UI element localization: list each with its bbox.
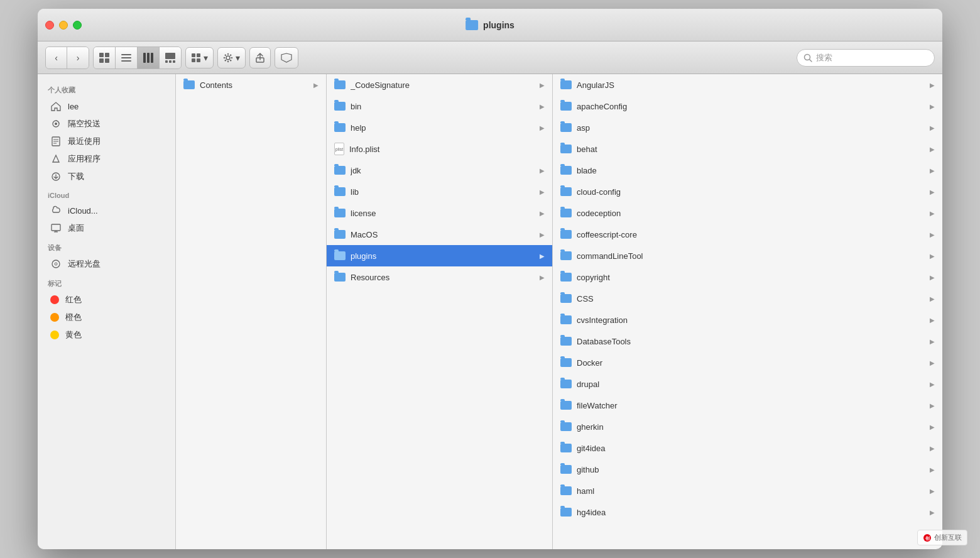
file-item-name: _CodeSignature (351, 80, 535, 90)
svg-rect-13 (173, 60, 175, 63)
tag-button[interactable] (275, 47, 298, 68)
window-title-area: plugins (466, 20, 514, 30)
sidebar-item-yellow[interactable]: 黄色 (40, 326, 173, 344)
red-tag-dot (50, 295, 59, 304)
file-item-lib[interactable]: lib ▶ (327, 181, 552, 202)
chevron-icon: ▶ (540, 82, 545, 89)
file-item-infoplist[interactable]: plist Info.plist (327, 138, 552, 160)
column-view-button[interactable] (138, 47, 160, 68)
file-item-docker[interactable]: Docker ▶ (553, 352, 942, 373)
folder-icon (560, 380, 572, 388)
folder-icon (560, 80, 572, 89)
sidebar-item-icloud[interactable]: iCloud... (40, 202, 173, 219)
sidebar-label-desktop: 桌面 (68, 222, 84, 234)
file-item-macos[interactable]: MacOS ▶ (327, 224, 552, 245)
icon-view-icon (99, 52, 110, 63)
sidebar-item-desktop[interactable]: 桌面 (40, 219, 173, 237)
maximize-button[interactable] (73, 21, 82, 30)
sidebar-item-apps[interactable]: 应用程序 (40, 150, 173, 168)
file-item-coffeescript-core[interactable]: coffeescript-core ▶ (553, 224, 942, 245)
svg-rect-1 (105, 53, 109, 57)
file-item-drupal[interactable]: drupal ▶ (553, 373, 942, 395)
file-item-angularjs[interactable]: AngularJS ▶ (553, 74, 942, 96)
watermark-icon: 创 (923, 533, 932, 542)
svg-rect-3 (105, 58, 109, 63)
svg-rect-11 (165, 60, 168, 63)
home-icon (50, 101, 62, 112)
gallery-view-button[interactable] (160, 47, 181, 68)
share-button[interactable] (249, 47, 271, 68)
file-item-behat[interactable]: behat ▶ (553, 138, 942, 160)
airdrop-icon (50, 118, 62, 129)
file-item-name: apacheConfig (577, 102, 925, 111)
chevron-icon: ▶ (540, 167, 545, 174)
sidebar-section-icloud: iCloud (38, 185, 175, 202)
file-item-plugins[interactable]: plugins ▶ (327, 245, 552, 266)
file-item-cloud-config[interactable]: cloud-config ▶ (553, 181, 942, 202)
group-button[interactable]: ▾ (185, 47, 214, 68)
orange-tag-dot (50, 313, 59, 322)
search-box[interactable]: 搜索 (797, 49, 935, 67)
file-item-codesig[interactable]: _CodeSignature ▶ (327, 74, 552, 96)
file-item-cvsintegration[interactable]: cvsIntegration ▶ (553, 309, 942, 331)
file-item-haml[interactable]: haml ▶ (553, 480, 942, 501)
chevron-icon: ▶ (540, 189, 545, 195)
svg-rect-16 (192, 58, 195, 62)
folder-icon (334, 273, 346, 282)
folder-icon (560, 508, 572, 517)
file-item-bin[interactable]: bin ▶ (327, 96, 552, 117)
chevron-icon: ▶ (930, 295, 935, 302)
sidebar-item-orange[interactable]: 橙色 (40, 309, 173, 326)
file-columns: Contents ▶ _CodeSignature ▶ bin ▶ (176, 74, 942, 549)
chevron-icon: ▶ (930, 189, 935, 195)
sidebar-item-recent[interactable]: 最近使用 (40, 133, 173, 150)
gallery-view-icon (165, 52, 176, 63)
svg-point-40 (52, 260, 60, 268)
file-item-codeception[interactable]: codeception ▶ (553, 202, 942, 224)
file-item-apacheconfig[interactable]: apacheConfig ▶ (553, 96, 942, 117)
file-item-contents[interactable]: Contents ▶ (176, 74, 326, 96)
folder-icon (560, 145, 572, 153)
file-item-help[interactable]: help ▶ (327, 117, 552, 138)
file-item-hg4idea[interactable]: hg4idea ▶ (553, 501, 942, 523)
file-item-databasetools[interactable]: DatabaseTools ▶ (553, 331, 942, 352)
file-item-github[interactable]: github ▶ (553, 459, 942, 480)
svg-rect-14 (192, 53, 195, 57)
chevron-icon: ▶ (930, 274, 935, 281)
forward-button[interactable]: › (67, 47, 89, 68)
list-view-button[interactable] (116, 47, 138, 68)
svg-rect-17 (197, 58, 200, 62)
icon-view-button[interactable] (94, 47, 116, 68)
svg-point-20 (227, 60, 229, 62)
sidebar-item-remote-disk[interactable]: 远程光盘 (40, 255, 173, 273)
file-item-git4idea[interactable]: git4idea ▶ (553, 437, 942, 459)
file-item-resources[interactable]: Resources ▶ (327, 266, 552, 288)
file-item-name: github (577, 465, 925, 474)
sidebar-label-apps: 应用程序 (68, 153, 101, 165)
file-item-license[interactable]: license ▶ (327, 202, 552, 224)
svg-point-41 (55, 263, 57, 265)
sidebar-item-red[interactable]: 红色 (40, 291, 173, 309)
file-item-filewatcher[interactable]: fileWatcher ▶ (553, 395, 942, 416)
file-item-asp[interactable]: asp ▶ (553, 117, 942, 138)
file-item-blade[interactable]: blade ▶ (553, 160, 942, 181)
file-item-gherkin[interactable]: gherkin ▶ (553, 416, 942, 437)
chevron-icon: ▶ (930, 466, 935, 473)
file-item-copyright[interactable]: copyright ▶ (553, 266, 942, 288)
file-item-commandlinetool[interactable]: commandLineTool ▶ (553, 245, 942, 266)
chevron-icon: ▶ (930, 445, 935, 452)
forward-icon: › (77, 53, 80, 63)
close-button[interactable] (45, 21, 54, 30)
sidebar-item-downloads[interactable]: 下载 (40, 168, 173, 185)
sidebar-section-devices: 设备 (38, 237, 175, 255)
minimize-button[interactable] (59, 21, 68, 30)
watermark: 创 创新互联 (917, 530, 967, 545)
file-item-css[interactable]: CSS ▶ (553, 288, 942, 309)
sidebar-item-lee[interactable]: lee (40, 97, 173, 115)
sidebar-item-airdrop[interactable]: 隔空投送 (40, 115, 173, 133)
action-button[interactable]: ▾ (217, 47, 246, 68)
back-button[interactable]: ‹ (46, 47, 67, 68)
title-folder-icon (466, 20, 478, 30)
file-item-name: Info.plist (349, 145, 545, 154)
file-item-jdk[interactable]: jdk ▶ (327, 160, 552, 181)
